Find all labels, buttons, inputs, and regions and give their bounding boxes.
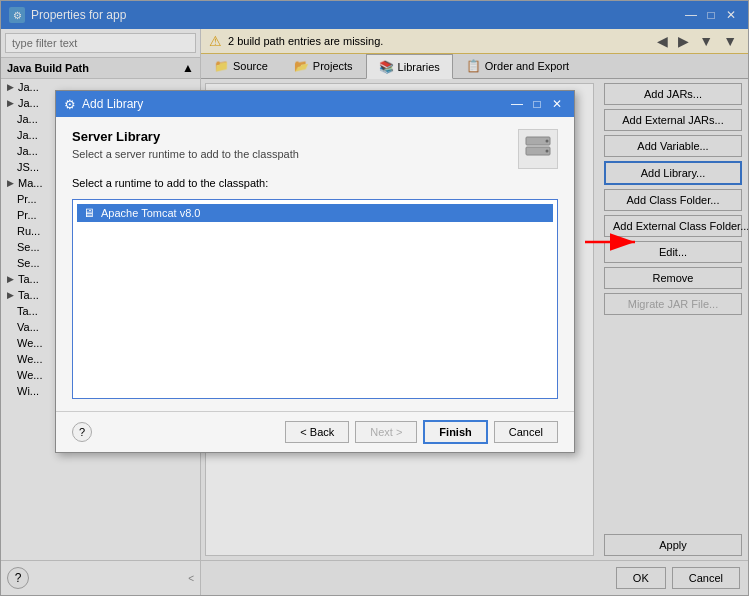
- dialog-finish-button[interactable]: Finish: [423, 420, 487, 444]
- dialog-title-bar: ⚙ Add Library — □ ✕: [56, 91, 574, 117]
- dialog-close-button[interactable]: ✕: [548, 95, 566, 113]
- dialog-library-type: Server Library: [72, 129, 508, 144]
- tomcat-icon: 🖥: [83, 206, 95, 220]
- dialog-body: Server Library Select a server runtime t…: [56, 117, 574, 411]
- svg-point-4: [546, 140, 549, 143]
- add-library-dialog: ⚙ Add Library — □ ✕ Server Library Selec…: [55, 90, 575, 453]
- dialog-title-controls: — □ ✕: [508, 95, 566, 113]
- dialog-next-button[interactable]: Next >: [355, 421, 417, 443]
- dialog-list-item-tomcat[interactable]: 🖥 Apache Tomcat v8.0: [77, 204, 553, 222]
- dialog-maximize-button[interactable]: □: [528, 95, 546, 113]
- dialog-back-button[interactable]: < Back: [285, 421, 349, 443]
- dialog-title-icon: ⚙: [64, 97, 76, 112]
- dialog-description: Select a server runtime to add to the cl…: [72, 148, 508, 160]
- svg-point-5: [546, 150, 549, 153]
- dialog-server-icon: [518, 129, 558, 169]
- dialog-header-text: Server Library Select a server runtime t…: [72, 129, 508, 160]
- dialog-title-left: ⚙ Add Library: [64, 97, 143, 112]
- dialog-runtime-list[interactable]: 🖥 Apache Tomcat v8.0: [72, 199, 558, 399]
- red-arrow-annotation: [575, 222, 655, 262]
- dialog-title-text: Add Library: [82, 97, 143, 111]
- dialog-list-item-label: Apache Tomcat v8.0: [101, 207, 200, 219]
- dialog-help-button[interactable]: ?: [72, 422, 92, 442]
- server-svg-icon: [524, 135, 552, 163]
- dialog-header: Server Library Select a server runtime t…: [72, 129, 558, 169]
- dialog-list-label: Select a runtime to add to the classpath…: [72, 177, 558, 189]
- dialog-minimize-button[interactable]: —: [508, 95, 526, 113]
- dialog-cancel-button[interactable]: Cancel: [494, 421, 558, 443]
- dialog-footer: ? < Back Next > Finish Cancel: [56, 411, 574, 452]
